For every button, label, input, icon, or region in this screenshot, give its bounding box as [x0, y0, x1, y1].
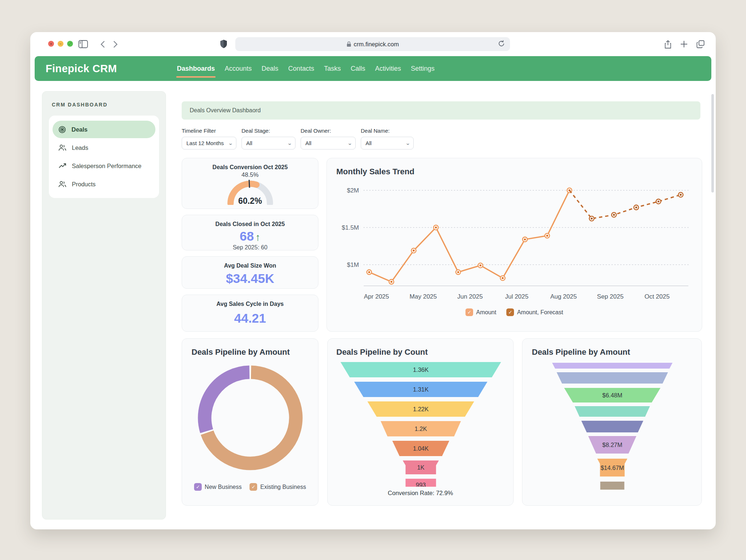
count-funnel-title: Deals Pipeline by Count [336, 347, 505, 357]
target-icon [58, 126, 66, 133]
amount-funnel-title: Deals Pipeline by Amount [532, 347, 692, 357]
pipeline-donut-chart[interactable] [192, 358, 309, 479]
svg-text:$1M: $1M [347, 261, 359, 268]
sidebar-toggle-icon[interactable] [78, 40, 88, 50]
svg-text:993: 993 [416, 482, 426, 487]
new-tab-icon[interactable] [680, 40, 688, 50]
kpi-cycle-value: 44.21 [182, 311, 318, 326]
pipeline-amount-funnel-card: Deals Pipeline by Amount $6.48M$8.27M$14… [522, 338, 702, 506]
svg-text:1.22K: 1.22K [413, 406, 429, 412]
filter-bar: Timeline FilterLast 12 Months⌄Deal Stage… [182, 128, 414, 149]
chevron-down-icon: ⌄ [228, 141, 233, 146]
users-icon [58, 144, 66, 151]
back-icon[interactable] [100, 40, 105, 50]
url-text: crm.finepick.com [354, 41, 399, 48]
svg-text:Oct 2025: Oct 2025 [645, 293, 670, 300]
svg-text:$2M: $2M [347, 187, 359, 194]
sidebar-item-label: Products [72, 181, 96, 188]
pipeline-amount-donut-card: Deals Pipeline by Amount ✓New Business✓E… [182, 338, 318, 506]
kpi-card-deals-closed: Deals Closed in Oct 2025 68↑ Sep 2025: 6… [182, 215, 318, 250]
nav-tab-calls[interactable]: Calls [351, 63, 365, 75]
kpi-closed-value: 68 [240, 229, 254, 243]
kpi-card-deal-size: Avg Deal Size Won $34.45K [182, 256, 318, 289]
app-navbar: Finepick CRM DashboardsAccountsDealsCont… [35, 56, 711, 81]
chevron-down-icon: ⌄ [347, 141, 352, 146]
checkbox-checked-icon[interactable]: ✓ [194, 483, 202, 491]
nav-tab-deals[interactable]: Deals [262, 63, 278, 75]
donut-legend: ✓New Business✓Existing Business [192, 483, 309, 491]
nav-tab-dashboards[interactable]: Dashboards [177, 63, 215, 75]
kpi-deal-size-value: $34.45K [182, 271, 318, 286]
minimize-window-icon[interactable]: − [58, 41, 63, 47]
shield-icon[interactable] [220, 39, 227, 50]
donut-title: Deals Pipeline by Amount [192, 347, 309, 357]
svg-text:Jul 2025: Jul 2025 [505, 293, 528, 300]
tab-overview-icon[interactable] [696, 40, 705, 50]
traffic-lights: × − [48, 41, 73, 47]
scrollbar-thumb[interactable] [711, 94, 714, 192]
filter-select-timeline-filter[interactable]: Last 12 Months⌄ [182, 137, 236, 149]
svg-text:Apr 2025: Apr 2025 [364, 293, 389, 300]
lock-icon [347, 41, 351, 47]
filter-value: All [366, 140, 372, 146]
pipeline-count-funnel-card: Deals Pipeline by Count 1.36K1.31K1.22K1… [327, 338, 514, 506]
legend-item-new-business[interactable]: ✓New Business [194, 483, 241, 491]
conversion-gauge: 48.5% 60.2% [219, 171, 281, 206]
kpi-closed-sub: Sep 2025: 60 [182, 244, 318, 251]
nav-tab-contacts[interactable]: Contacts [288, 63, 314, 75]
filter-group: Deal Owner:All⌄ [301, 128, 356, 149]
users-icon [58, 180, 66, 188]
address-bar[interactable]: crm.finepick.com [235, 37, 510, 51]
filter-label: Deal Owner: [301, 128, 356, 134]
sales-trend-chart[interactable]: $2M$1.5M$1MApr 2025May 2025Jun 2025Jul 2… [336, 179, 693, 306]
svg-text:$6.48M: $6.48M [602, 392, 622, 398]
legend-item-amount-forecast[interactable]: ✓Amount, Forecast [506, 308, 563, 316]
filter-label: Deal Name: [361, 128, 414, 134]
kpi-deal-size-title: Avg Deal Size Won [182, 257, 318, 269]
close-window-icon[interactable]: × [48, 41, 54, 47]
zoom-window-icon[interactable] [67, 41, 73, 47]
share-icon[interactable] [664, 40, 672, 50]
filter-value: All [305, 140, 312, 146]
svg-text:$1.5M: $1.5M [342, 224, 359, 231]
filter-select-deal-stage[interactable]: All⌄ [241, 137, 295, 149]
nav-tab-accounts[interactable]: Accounts [225, 63, 252, 75]
svg-text:1.31K: 1.31K [413, 386, 429, 393]
svg-text:Aug 2025: Aug 2025 [550, 293, 577, 300]
sidebar-item-products[interactable]: Products [53, 175, 155, 193]
legend-item-existing-business[interactable]: ✓Existing Business [250, 483, 306, 491]
up-arrow-icon: ↑ [255, 232, 260, 243]
nav-tab-activities[interactable]: Activities [375, 63, 401, 75]
filter-select-deal-name[interactable]: All⌄ [361, 137, 414, 149]
kpi-card-conversion: Deals Conversion Oct 2025 48.5% 60.2% [182, 158, 318, 209]
forward-icon[interactable] [113, 40, 118, 50]
nav-tab-tasks[interactable]: Tasks [324, 63, 341, 75]
filter-select-deal-owner[interactable]: All⌄ [301, 137, 356, 149]
checkbox-checked-icon[interactable]: ✓ [465, 308, 473, 316]
gauge-value: 60.2% [219, 196, 281, 206]
sidebar-item-salesperson-performance[interactable]: Salesperson Performance [53, 157, 155, 175]
conversion-rate-text: Conversion Rate: 72.9% [336, 490, 505, 497]
browser-toolbar: × − crm.finepick.com [30, 32, 716, 56]
legend-label: New Business [205, 484, 241, 490]
reload-icon[interactable] [498, 40, 505, 49]
svg-text:$14.67M: $14.67M [600, 464, 624, 471]
nav-tab-settings[interactable]: Settings [411, 63, 434, 75]
pipeline-amount-funnel-chart[interactable]: $6.48M$8.27M$14.67M [532, 363, 693, 498]
svg-text:1K: 1K [417, 464, 424, 471]
browser-window: × − crm.finepick.com [30, 32, 716, 529]
sidebar-item-label: Salesperson Performance [72, 163, 142, 170]
sidebar-heading: CRM DASHBOARD [52, 102, 166, 108]
filter-value: All [246, 140, 252, 146]
pipeline-count-funnel-chart[interactable]: 1.36K1.31K1.22K1.2K1.04K1K993 [336, 362, 505, 487]
trend-up-icon [58, 163, 66, 169]
checkbox-checked-icon[interactable]: ✓ [506, 308, 514, 316]
legend-item-amount[interactable]: ✓Amount [465, 308, 496, 316]
sidebar-item-leads[interactable]: Leads [53, 139, 155, 156]
sales-trend-title: Monthly Sales Trend [336, 167, 692, 176]
filter-label: Timeline Filter [182, 128, 236, 134]
svg-text:1.36K: 1.36K [413, 366, 429, 373]
checkbox-checked-icon[interactable]: ✓ [250, 483, 257, 491]
sidebar-item-deals[interactable]: Deals [53, 121, 155, 138]
main-content: Deals Overview Dashbaord Timeline Filter… [171, 91, 711, 529]
